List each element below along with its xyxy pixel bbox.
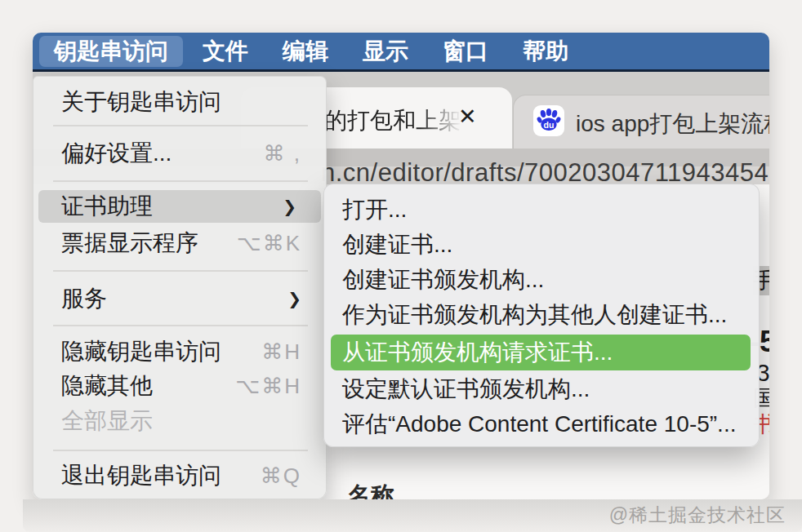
submenu-item-label: 创建证书... [342,229,452,260]
shortcut-label: ⌘H [261,339,301,365]
menu-separator [53,325,308,326]
svg-text:du: du [544,120,555,130]
menubar-item-edit[interactable]: 编辑 [268,36,343,67]
shortcut-label: ⌥⌘K [237,231,301,256]
menu-item-show-all: 全部显示 [33,403,326,439]
watermark: @稀土掘金技术社区 [609,503,786,528]
menu-item-ticket-viewer[interactable]: 票据显示程序 ⌥⌘K [33,225,326,261]
menubar-item-keychain-access[interactable]: 钥匙串访问 [39,36,183,67]
menu-item-label: 服务 [61,283,107,314]
menu-item-label: 偏好设置... [61,138,172,169]
menu-item-label: 退出钥匙串访问 [61,460,221,491]
menu-item-preferences[interactable]: 偏好设置... ⌘ , [33,135,326,171]
menu-item-label: 隐藏钥匙串访问 [61,336,221,367]
shortcut-label: ⌘ , [264,141,301,166]
menu-bar: 钥匙串访问 文件 编辑 显示 窗口 帮助 [33,33,769,72]
tab-inactive[interactable]: du ios app打包上架流程_百 [513,95,769,149]
keychain-access-window: 的打包和上架流 ✕ du ios app打包上架流程_百 n.cn/editor… [33,33,769,499]
submenu-item-label: 创建证书颁发机构... [342,264,544,295]
menu-item-quit[interactable]: 退出钥匙串访问 ⌘Q [33,458,326,494]
menubar-item-help[interactable]: 帮助 [508,36,583,67]
menu-item-certificate-assistant[interactable]: 证书助理 ❯ [38,190,321,223]
tab-close-icon[interactable]: ✕ [458,104,477,130]
menu-separator [53,180,308,182]
shortcut-label: ⌘Q [261,463,301,489]
menu-separator [53,270,308,272]
menu-item-label: 隐藏其他 [61,370,153,401]
submenu-item-create-cert-for-others[interactable]: 作为证书颁发机构为其他人创建证书... [324,297,759,332]
menu-item-label: 证书助理 [61,191,153,222]
keychain-access-menu: 关于钥匙串访问 偏好设置... ⌘ , 证书助理 ❯ 票据显示程序 ⌥⌘K 服务… [33,76,327,499]
baidu-paw-icon: du [533,105,564,136]
menubar-item-view[interactable]: 显示 [348,36,423,67]
submenu-item-label: 设定默认证书颁发机构... [342,374,590,405]
submenu-item-open[interactable]: 打开... [324,192,759,227]
menu-item-label: 全部显示 [61,406,153,437]
submenu-item-create-ca[interactable]: 创建证书颁发机构... [324,262,759,297]
menu-separator [53,125,308,126]
chevron-right-icon: ❯ [283,197,296,216]
menu-item-hide-keychain-access[interactable]: 隐藏钥匙串访问 ⌘H [33,334,326,370]
certificate-assistant-submenu: 打开... 创建证书... 创建证书颁发机构... 作为证书颁发机构为其他人创建… [323,184,760,447]
menu-separator [53,450,308,451]
submenu-item-label: 评估“Adobe Content Certificate 10-5”... [342,409,736,440]
submenu-item-set-default-ca[interactable]: 设定默认证书颁发机构... [324,371,759,406]
tab-inactive-title: ios app打包上架流程_百 [576,109,769,140]
shortcut-label: ⌥⌘H [235,374,301,399]
tab-active-title: 的打包和上架流 [324,105,461,136]
menu-item-label: 关于钥匙串访问 [61,86,221,117]
menu-item-about[interactable]: 关于钥匙串访问 [33,84,326,120]
chevron-right-icon: ❯ [287,289,301,308]
submenu-item-create-certificate[interactable]: 创建证书... [324,227,759,262]
submenu-item-label: 从证书颁发机构请求证书... [342,337,613,368]
submenu-item-label: 作为证书颁发机构为其他人创建证书... [342,299,727,330]
page-fragment-name-label: 名称 [347,480,394,499]
menu-item-hide-others[interactable]: 隐藏其他 ⌥⌘H [33,368,326,404]
menu-item-services[interactable]: 服务 ❯ [33,281,326,317]
submenu-item-label: 打开... [342,194,407,225]
submenu-item-request-cert-from-ca[interactable]: 从证书颁发机构请求证书... [331,335,751,370]
menu-item-label: 票据显示程序 [61,228,198,259]
submenu-item-evaluate-adobe-cert[interactable]: 评估“Adobe Content Certificate 10-5”... [324,406,759,441]
menubar-item-file[interactable]: 文件 [188,36,263,67]
menubar-item-window[interactable]: 窗口 [428,36,503,67]
url-text: n.cn/editor/drafts/7002030471194345480 [321,158,769,184]
